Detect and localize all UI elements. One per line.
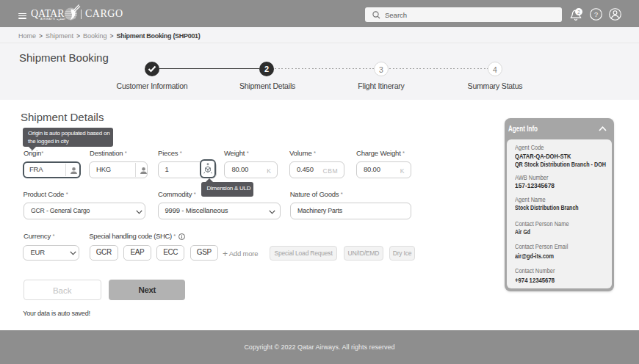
svg-text:?: ? <box>594 11 598 18</box>
